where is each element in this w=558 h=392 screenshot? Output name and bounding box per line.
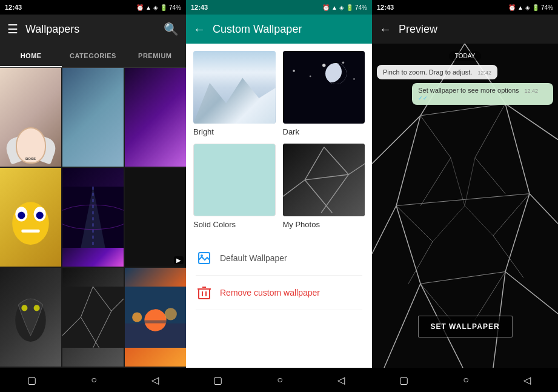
svg-rect-53 xyxy=(199,289,210,299)
solid-label: Solid Colors xyxy=(193,220,276,229)
solid-thumb xyxy=(193,144,276,216)
svg-point-22 xyxy=(144,309,166,331)
panel-preview: 12:43 ⏰ ▲ ◈ 🔋 74% ← Preview xyxy=(372,0,558,392)
myphotos-label: My Photos xyxy=(283,220,365,229)
alarm-icon-2: ⏰ xyxy=(322,4,330,11)
default-wallpaper-icon xyxy=(196,250,213,267)
svg-line-48 xyxy=(305,180,332,213)
panel-custom-wallpaper: 12:43 ⏰ ▲ ◈ 🔋 74% ← Custom Wallpaper Bri… xyxy=(186,0,372,392)
panel2-title: Custom Wallpaper xyxy=(213,23,365,36)
svg-point-25 xyxy=(165,308,177,320)
nav-bar-1: ▢ ○ ◁ xyxy=(0,368,186,392)
wifi-icon: ◈ xyxy=(153,4,158,11)
signal-icon: ▲ xyxy=(145,4,151,11)
status-bar-1: 12:43 ⏰ ▲ ◈ 🔋 74% xyxy=(0,0,186,15)
search-icon[interactable]: 🔍 xyxy=(164,22,179,36)
tab-categories[interactable]: CATEGORIES xyxy=(62,44,124,67)
battery-icon-3: 🔋 xyxy=(532,4,539,11)
bright-thumb xyxy=(193,51,276,124)
battery-pct-1: 74% xyxy=(169,4,181,11)
svg-rect-5 xyxy=(21,230,39,233)
dark-label: Dark xyxy=(283,127,365,136)
option-dark[interactable]: Dark xyxy=(283,51,365,136)
tick-icon: ✓✓ xyxy=(418,95,428,101)
wallpaper-options-grid: Bright Dark Solid Colors xyxy=(186,44,372,236)
nav-square-1[interactable]: ▢ xyxy=(27,374,36,386)
wallpaper-cell-road[interactable] xyxy=(62,168,124,267)
toolbar-2: ← Custom Wallpaper xyxy=(186,15,372,44)
time-3: 12:43 xyxy=(377,4,394,11)
svg-line-44 xyxy=(305,147,324,180)
wallpaper-cell-dragon[interactable] xyxy=(0,268,61,367)
wallpaper-cell-sunset[interactable] xyxy=(125,268,186,367)
bubble-1-time: 12:42 xyxy=(477,70,491,76)
svg-point-41 xyxy=(342,62,344,64)
svg-point-3 xyxy=(18,211,25,219)
action-remove[interactable]: Remove custom wallpaper xyxy=(196,276,362,310)
wallpaper-grid: BOSS ▶ xyxy=(0,68,186,368)
dark-thumb xyxy=(283,51,365,124)
wifi-icon-2: ◈ xyxy=(339,4,344,11)
svg-line-45 xyxy=(283,180,305,196)
nav-square-2[interactable]: ▢ xyxy=(213,374,222,386)
tab-premium[interactable]: PREMIUM xyxy=(124,44,186,67)
myphotos-thumb xyxy=(283,144,365,216)
wallpaper-cell-sponge[interactable] xyxy=(0,168,61,267)
toolbar-3: ← Preview xyxy=(372,15,558,44)
status-icons-1: ⏰ ▲ ◈ 🔋 74% xyxy=(136,4,181,11)
tab-home[interactable]: HOME xyxy=(0,44,62,67)
svg-line-46 xyxy=(324,147,348,174)
hamburger-icon[interactable]: ☰ xyxy=(7,22,18,36)
nav-circle-2[interactable]: ○ xyxy=(277,374,283,385)
status-icons-2: ⏰ ▲ ◈ 🔋 74% xyxy=(322,4,367,11)
toolbar-1: ☰ Wallpapers 🔍 xyxy=(0,15,186,44)
panel3-title: Preview xyxy=(399,23,551,36)
back-icon-2[interactable]: ← xyxy=(193,22,205,36)
wallpaper-cell-video[interactable]: ▶ xyxy=(125,168,186,267)
battery-icon-2: 🔋 xyxy=(346,4,353,11)
alarm-icon-3: ⏰ xyxy=(508,4,516,11)
tabs-bar: HOME CATEGORIES PREMIUM xyxy=(0,44,186,68)
option-actions: Default Wallpaper Remove custom wallpape… xyxy=(186,236,372,315)
nav-circle-3[interactable]: ○ xyxy=(463,374,469,385)
option-myphotos[interactable]: My Photos xyxy=(283,144,365,229)
signal-icon-3: ▲ xyxy=(517,4,523,11)
svg-point-11 xyxy=(21,305,27,311)
wallpaper-cell-umbrella[interactable] xyxy=(62,68,124,167)
bubble-2: Set wallpaper to see more options 12:42 … xyxy=(412,83,553,105)
set-wallpaper-button[interactable]: SET WALLPAPER xyxy=(417,316,512,337)
option-solid[interactable]: Solid Colors xyxy=(193,144,276,229)
nav-square-3[interactable]: ▢ xyxy=(399,374,408,386)
nav-circle-1[interactable]: ○ xyxy=(91,374,97,385)
date-badge: TODAY xyxy=(449,51,482,61)
signal-icon-2: ▲ xyxy=(331,4,337,11)
panel-wallpapers: 12:43 ⏰ ▲ ◈ 🔋 74% ☰ Wallpapers 🔍 HOME CA… xyxy=(0,0,186,392)
default-wallpaper-label: Default Wallpaper xyxy=(220,253,287,263)
alarm-icon: ⏰ xyxy=(136,4,144,11)
nav-triangle-2[interactable]: ◁ xyxy=(337,374,345,386)
nav-bar-2: ▢ ○ ◁ xyxy=(186,368,372,392)
svg-point-4 xyxy=(36,211,44,219)
svg-line-50 xyxy=(305,174,348,180)
preview-content: TODAY Pinch to zoom. Drag to adjust. 12:… xyxy=(372,44,558,368)
status-icons-3: ⏰ ▲ ◈ 🔋 74% xyxy=(508,4,553,11)
svg-point-43 xyxy=(353,78,355,80)
wallpaper-cell-anime[interactable]: BOSS xyxy=(0,68,61,167)
nav-triangle-3[interactable]: ◁ xyxy=(523,374,531,386)
svg-point-40 xyxy=(293,70,295,72)
wallpaper-cell-galaxy[interactable] xyxy=(125,68,186,167)
wallpaper-cell-shatter[interactable] xyxy=(62,268,124,367)
wifi-icon-3: ◈ xyxy=(525,4,530,11)
svg-rect-13 xyxy=(62,287,124,348)
svg-point-42 xyxy=(309,76,311,78)
option-bright[interactable]: Bright xyxy=(193,51,276,136)
status-bar-2: 12:43 ⏰ ▲ ◈ 🔋 74% xyxy=(186,0,372,15)
battery-icon: 🔋 xyxy=(160,4,167,11)
bright-label: Bright xyxy=(193,127,276,136)
nav-triangle-1[interactable]: ◁ xyxy=(151,374,159,386)
svg-line-47 xyxy=(348,164,365,174)
svg-point-24 xyxy=(132,312,142,322)
bubble-1: Pinch to zoom. Drag to adjust. 12:42 xyxy=(377,65,497,79)
action-default[interactable]: Default Wallpaper xyxy=(196,241,362,276)
back-icon-3[interactable]: ← xyxy=(379,22,391,36)
